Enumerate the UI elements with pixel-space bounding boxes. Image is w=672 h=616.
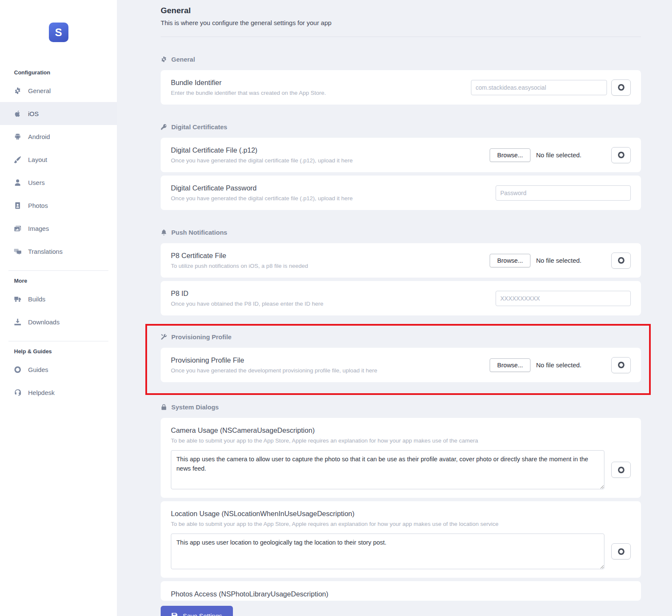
sidebar-item-builds[interactable]: Builds [0, 287, 117, 310]
help-button[interactable] [611, 253, 631, 269]
sidebar-item-photos[interactable]: Photos [0, 194, 117, 217]
images-icon [14, 225, 21, 232]
sidebar-nav: Configuration General iOS Android Layout… [0, 69, 117, 404]
field-description: To utilize push notifications on iOS, a … [171, 263, 308, 269]
provisioning-profile-file-card: Provisioning Profile File Once you have … [161, 348, 641, 382]
no-file-selected-text: No file selected. [536, 361, 581, 369]
brush-icon [14, 156, 21, 163]
field-description: Once you have generated the digital cert… [171, 195, 353, 202]
bell-icon [161, 229, 167, 236]
sidebar-item-images[interactable]: Images [0, 217, 117, 240]
gear-icon [14, 87, 21, 94]
main-content: General This is where you configure the … [117, 0, 672, 616]
save-row: Save Settings [161, 606, 641, 616]
field-label: Digital Certificate File (.p12) [171, 146, 353, 154]
browse-button[interactable]: Browse... [490, 254, 530, 267]
p8-id-card: P8 ID Once you have obtained the P8 ID, … [161, 281, 641, 315]
help-icon [618, 466, 625, 474]
section-provisioning-profile-header: Provisioning Profile [161, 333, 641, 341]
sidebar-item-downloads[interactable]: Downloads [0, 310, 117, 333]
help-button[interactable] [611, 543, 631, 559]
help-icon [618, 84, 625, 91]
app-logo[interactable]: S [49, 23, 68, 42]
sidebar-item-translations[interactable]: Translations [0, 240, 117, 263]
camera-usage-textarea[interactable]: This app uses the camera to allow user t… [171, 450, 604, 489]
save-icon [171, 613, 178, 616]
sidebar-item-users[interactable]: Users [0, 171, 117, 194]
section-digital-certificates: Digital Certificates Digital Certificate… [161, 123, 641, 210]
sidebar-item-android[interactable]: Android [0, 125, 117, 148]
sidebar-item-label: Guides [28, 366, 48, 373]
photos-access-card: Photos Access (NSPhotoLibraryUsageDescri… [161, 581, 641, 601]
bundle-identifier-input[interactable] [471, 80, 607, 95]
field-label: P8 Certificate File [171, 252, 308, 260]
field-label: Photos Access (NSPhotoLibraryUsageDescri… [171, 590, 631, 598]
section-system-dialogs: System Dialogs Camera Usage (NSCameraUsa… [161, 403, 641, 601]
key-icon [161, 124, 167, 130]
no-file-selected-text: No file selected. [536, 151, 581, 159]
p8-certificate-file-card: P8 Certificate File To utilize push noti… [161, 243, 641, 278]
app-root: S Configuration General iOS Android Layo… [0, 0, 672, 616]
sidebar-item-label: Layout [28, 156, 47, 163]
save-settings-button[interactable]: Save Settings [161, 606, 233, 616]
field-label: P8 ID [171, 290, 323, 298]
highlight-box: Provisioning Profile Provisioning Profil… [145, 324, 651, 395]
sidebar-item-layout[interactable]: Layout [0, 148, 117, 171]
apple-icon [14, 110, 21, 117]
provisioning-profile-file-input[interactable]: Browse... No file selected. [490, 358, 581, 372]
download-icon [14, 318, 21, 326]
help-button[interactable] [611, 462, 631, 478]
sidebar-item-label: Images [28, 225, 49, 232]
sidebar-section-configuration: Configuration [0, 69, 117, 76]
browse-button[interactable]: Browse... [490, 148, 530, 162]
section-digital-certificates-header: Digital Certificates [161, 123, 641, 131]
field-description: Once you have obtained the P8 ID, please… [171, 301, 323, 307]
helpdesk-icon [14, 389, 21, 396]
page-title: General [161, 0, 641, 15]
location-usage-card: Location Usage (NSLocationWhenInUseUsage… [161, 501, 641, 578]
help-icon [618, 257, 625, 264]
camera-usage-card: Camera Usage (NSCameraUsageDescription) … [161, 418, 641, 498]
help-button[interactable] [611, 357, 631, 373]
section-title: General [171, 56, 195, 63]
android-icon [14, 133, 21, 140]
section-title: System Dialogs [171, 403, 219, 411]
field-description: To be able to submit your app to the App… [171, 521, 631, 527]
page-divider [161, 37, 641, 37]
certificate-password-input[interactable] [496, 185, 631, 201]
section-title: Digital Certificates [171, 123, 227, 131]
sidebar-item-helpdesk[interactable]: Helpdesk [0, 381, 117, 404]
certificate-file-input[interactable]: Browse... No file selected. [490, 148, 581, 162]
page-subtitle: This is where you configure the general … [161, 19, 641, 26]
translations-icon [14, 248, 21, 255]
help-button[interactable] [611, 147, 631, 163]
field-description: Once you have generated the digital cert… [171, 157, 353, 164]
help-button[interactable] [611, 79, 631, 96]
section-provisioning-profile: Provisioning Profile Provisioning Profil… [161, 333, 641, 382]
sidebar-item-guides[interactable]: Guides [0, 358, 117, 381]
sidebar-item-label: General [28, 87, 51, 94]
logo-container: S [0, 0, 117, 69]
section-push-notifications: Push Notifications P8 Certificate File T… [161, 229, 641, 315]
location-usage-textarea[interactable]: This app uses user location to geologica… [171, 534, 604, 569]
sidebar-divider [9, 341, 108, 341]
digital-certificate-file-card: Digital Certificate File (.p12) Once you… [161, 138, 641, 172]
p8-id-input[interactable] [496, 291, 631, 306]
bundle-identifier-card: Bundle Identifier Enter the bundle ident… [161, 70, 641, 105]
p8-file-input[interactable]: Browse... No file selected. [490, 254, 581, 267]
sidebar-item-label: Translations [28, 248, 62, 255]
photo-badge-icon [14, 202, 21, 209]
sidebar-item-label: Helpdesk [28, 389, 55, 396]
help-icon [618, 151, 625, 159]
sidebar-item-label: Photos [28, 202, 48, 209]
field-label: Digital Certificate Password [171, 184, 353, 192]
section-general-header: General [161, 56, 641, 63]
section-title: Provisioning Profile [171, 333, 232, 341]
section-title: Push Notifications [171, 229, 227, 236]
field-description: Enter the bundle identifier that was cre… [171, 90, 326, 96]
tools-icon [161, 334, 167, 340]
no-file-selected-text: No file selected. [536, 257, 581, 264]
sidebar-item-general[interactable]: General [0, 79, 117, 102]
sidebar-item-ios[interactable]: iOS [0, 102, 117, 125]
browse-button[interactable]: Browse... [490, 358, 530, 372]
